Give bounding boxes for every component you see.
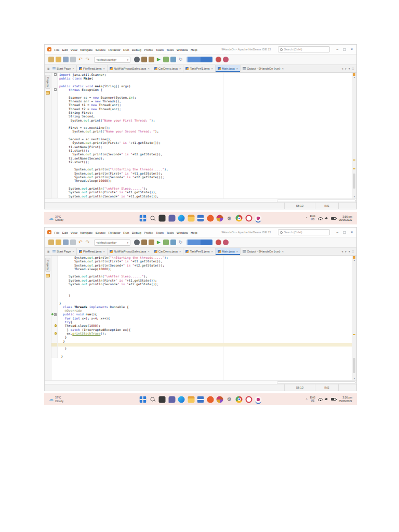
scrollbar-thumb[interactable] [353,358,355,373]
photos-icon[interactable] [159,215,166,222]
horizontal-scrollbar[interactable] [45,380,356,384]
memory-usage-bar[interactable] [187,57,212,62]
debug-project-icon[interactable] [163,240,169,245]
close-button[interactable]: × [351,231,353,234]
chrome-icon[interactable] [236,396,243,403]
start-icon[interactable] [140,215,147,222]
menu-refactor[interactable]: Refactor [107,231,122,234]
close-button[interactable]: × [351,48,353,51]
scroll-down-icon[interactable]: ▼ [352,196,356,198]
search-input[interactable]: Search (Ctrl+I) [278,46,330,52]
close-tab-icon[interactable]: × [236,250,238,253]
mail-icon[interactable] [197,396,204,403]
brave-icon[interactable] [207,396,214,403]
tab-cardemo-java[interactable]: CarDemo.java× [152,65,184,72]
menu-help[interactable]: Help [189,48,198,51]
tab-nomvaprouctsales-java[interactable]: NoMVaProuctSales.java× [108,248,152,255]
scroll-down-icon[interactable]: ▼ [352,378,356,380]
close-tab-icon[interactable]: × [148,250,150,253]
maximize-window-icon[interactable]: □ [352,250,354,253]
reload-icon[interactable]: ↻ [178,57,183,62]
save-all-icon[interactable] [63,240,69,245]
language-switcher[interactable]: ENG US [310,396,315,403]
brave-icon[interactable] [207,215,214,222]
warning-hint-icon[interactable] [55,324,57,327]
projects-panel-icon[interactable] [46,274,50,277]
open-project-icon[interactable] [56,57,61,62]
close-tab-icon[interactable]: × [282,250,284,253]
close-tab-icon[interactable]: × [103,250,105,253]
tab-fileread-java[interactable]: FileRead.java× [77,65,108,72]
maximize-button[interactable]: ▢ [343,231,346,234]
menu-debug[interactable]: Debug [130,231,142,234]
file-explorer-icon[interactable] [188,396,194,403]
edge-icon[interactable] [178,396,185,403]
window-menu-icon[interactable]: ▣ [46,248,50,255]
close-tab-icon[interactable]: × [211,250,213,253]
menu-view[interactable]: View [69,231,79,234]
editor-scrollbar[interactable]: ▲ ▼ [352,73,356,198]
photos-icon[interactable] [159,396,166,403]
menu-view[interactable]: View [69,48,79,51]
scroll-up-icon[interactable]: ▲ [352,259,356,261]
maximize-window-icon[interactable]: □ [352,67,354,70]
ide-globe-icon[interactable] [134,240,140,245]
editor-scrollbar[interactable]: ▲ ▼ [352,256,356,380]
run-project-icon[interactable]: ▶ [156,240,162,245]
opera-icon[interactable] [245,215,252,222]
memory-usage-bar[interactable] [187,240,212,245]
close-tab-icon[interactable]: × [236,67,238,70]
close-tab-icon[interactable]: × [103,67,105,70]
menu-team[interactable]: Team [154,48,165,51]
chat-icon[interactable] [168,215,175,222]
file-explorer-icon[interactable] [188,215,194,222]
run-project-icon[interactable]: ▶ [156,57,162,62]
menu-team[interactable]: Team [154,231,165,234]
close-tab-icon[interactable]: × [72,250,74,253]
menu-navigate[interactable]: Navigate [79,48,95,51]
clean-build-icon[interactable] [149,240,154,245]
tray-overflow-icon[interactable]: ^ [306,398,308,401]
language-switcher[interactable]: ENG US [310,215,315,221]
profiler-stop-icon[interactable] [216,240,221,245]
menu-profile[interactable]: Profile [142,48,154,51]
config-select[interactable]: <default config>▾ [94,57,130,63]
close-tab-icon[interactable]: × [72,67,74,70]
clean-build-icon[interactable] [149,57,154,62]
menu-file[interactable]: File [53,48,61,51]
search-icon[interactable] [149,396,156,403]
minimize-button[interactable]: – [336,231,338,234]
profiler-stop-icon[interactable] [216,57,221,62]
scroll-left-icon[interactable]: ◂ [341,67,343,70]
picker-icon[interactable] [255,396,262,403]
clock[interactable]: 3:56 pm 05/06/2022 [339,396,352,403]
scroll-up-icon[interactable]: ▲ [352,76,356,78]
reload-icon[interactable]: ↻ [178,240,183,245]
tab-output-9handson-run-[interactable]: Output - 9HandsOn (run)× [241,248,286,255]
redo-icon[interactable]: ↷ [85,57,90,62]
close-tab-icon[interactable]: × [179,67,181,70]
config-select[interactable]: <default config>▾ [94,240,130,246]
code-editor[interactable]: System.out.println("\nStarting the threa… [51,256,352,380]
media-icon[interactable] [217,396,223,403]
mail-icon[interactable] [197,215,204,222]
menu-window[interactable]: Window [175,48,189,51]
close-tab-icon[interactable]: × [148,67,150,70]
tab-fileread-java[interactable]: FileRead.java× [77,248,108,255]
tray-status-icons[interactable] [318,397,336,402]
maximize-button[interactable]: ▢ [343,48,346,51]
menu-help[interactable]: Help [189,231,198,234]
menu-navigate[interactable]: Navigate [79,231,95,234]
tab-main-java[interactable]: Main.java× [216,248,241,255]
projects-panel-tab[interactable]: Projects [45,75,50,89]
tray-status-icons[interactable] [318,216,336,220]
profile-project-icon[interactable] [170,57,176,62]
tab-start-page[interactable]: Start Page× [50,65,77,72]
menu-source[interactable]: Source [94,231,107,234]
minimize-button[interactable]: – [336,48,338,51]
menu-edit[interactable]: Edit [61,48,69,51]
menu-profile[interactable]: Profile [142,231,154,234]
profiler-gc-icon[interactable] [223,240,229,245]
fold-icon[interactable] [54,88,57,91]
redo-icon[interactable]: ↷ [85,240,90,245]
